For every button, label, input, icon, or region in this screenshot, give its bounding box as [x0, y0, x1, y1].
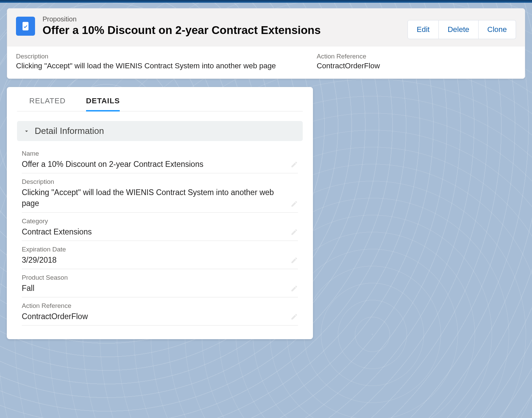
summary-action-reference-label: Action Reference	[317, 53, 380, 60]
chevron-down-icon	[23, 128, 30, 135]
field-expiration-date-label: Expiration Date	[22, 246, 298, 253]
delete-button[interactable]: Delete	[439, 20, 479, 39]
pencil-icon[interactable]	[290, 161, 298, 168]
pencil-icon[interactable]	[290, 200, 298, 208]
pencil-icon[interactable]	[290, 228, 298, 236]
summary-action-reference: Action Reference ContractOrderFlow	[317, 53, 380, 70]
detail-panel: RELATED DETAILS Detail Information Name …	[7, 87, 313, 339]
clone-button[interactable]: Clone	[479, 20, 516, 39]
field-expiration-date-value: 3/29/2018	[22, 255, 298, 265]
object-label: Proposition	[43, 15, 400, 23]
field-description-label: Description	[22, 178, 298, 186]
section-title: Detail Information	[35, 126, 104, 136]
pencil-icon[interactable]	[290, 257, 298, 264]
record-header-top: Proposition Offer a 10% Discount on 2-ye…	[7, 8, 525, 47]
pencil-icon[interactable]	[290, 285, 298, 292]
summary-description-label: Description	[16, 53, 276, 60]
field-category-value: Contract Extensions	[22, 226, 298, 237]
record-header-summary: Description Clicking "Accept" will load …	[7, 47, 525, 79]
summary-description-value: Clicking "Accept" will load the WIENIS C…	[16, 62, 276, 70]
record-header-card: Proposition Offer a 10% Discount on 2-ye…	[7, 8, 525, 79]
section-toggle-detail-information[interactable]: Detail Information	[17, 121, 303, 141]
field-action-reference-value: ContractOrderFlow	[22, 311, 298, 322]
field-product-season: Product Season Fall	[22, 269, 298, 297]
record-header-titles: Proposition Offer a 10% Discount on 2-ye…	[43, 15, 400, 37]
field-description-value: Clicking "Accept" will load the WIENIS C…	[22, 187, 298, 209]
tabs-row: RELATED DETAILS	[17, 87, 303, 111]
field-action-reference: Action Reference ContractOrderFlow	[22, 297, 298, 326]
summary-description: Description Clicking "Accept" will load …	[16, 53, 276, 70]
fields-list: Name Offer a 10% Discount on 2-year Cont…	[22, 145, 298, 326]
page-wrapper: Proposition Offer a 10% Discount on 2-ye…	[0, 3, 532, 346]
field-product-season-label: Product Season	[22, 274, 298, 281]
record-title: Offer a 10% Discount on 2-year Contract …	[43, 23, 400, 37]
field-expiration-date: Expiration Date 3/29/2018	[22, 241, 298, 269]
pencil-icon[interactable]	[290, 313, 298, 320]
field-name: Name Offer a 10% Discount on 2-year Cont…	[22, 145, 298, 173]
tab-related[interactable]: RELATED	[29, 97, 66, 111]
field-product-season-value: Fall	[22, 283, 298, 294]
action-button-group: Edit Delete Clone	[408, 20, 516, 39]
proposition-icon	[16, 17, 35, 36]
summary-action-reference-value: ContractOrderFlow	[317, 62, 380, 70]
field-description: Description Clicking "Accept" will load …	[22, 173, 298, 212]
field-category: Category Contract Extensions	[22, 213, 298, 241]
tab-details[interactable]: DETAILS	[86, 97, 120, 111]
field-category-label: Category	[22, 217, 298, 225]
edit-button[interactable]: Edit	[408, 20, 439, 39]
field-action-reference-label: Action Reference	[22, 302, 298, 310]
field-name-label: Name	[22, 150, 298, 157]
app-topbar	[0, 0, 532, 3]
field-name-value: Offer a 10% Discount on 2-year Contract …	[22, 159, 298, 170]
